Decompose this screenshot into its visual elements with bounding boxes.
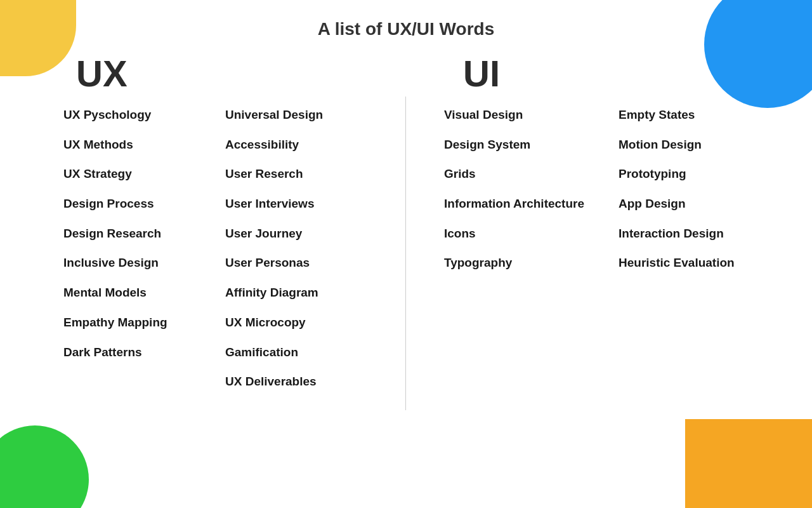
ui-col1: Visual DesignDesign SystemGridsInformati… [444,107,619,285]
word-item: UX Methods [63,137,225,153]
decoration-bottom-right [685,419,812,508]
word-item: User Reserch [225,166,387,182]
word-item: Empty States [619,107,793,123]
ui-heading: UI [463,52,793,95]
main-container: UX UX PyschologyUX MethodsUX StrategyDes… [0,46,812,410]
ux-heading: UX [76,52,387,95]
ux-col1: UX PyschologyUX MethodsUX StrategyDesign… [63,107,225,404]
word-item: UX Deliverables [225,374,387,390]
word-item: Motion Design [619,137,793,153]
word-item: Design Research [63,226,225,242]
word-item: Interaction Design [619,226,793,242]
ux-word-columns: UX PyschologyUX MethodsUX StrategyDesign… [63,107,387,404]
word-item: Design System [444,137,619,153]
word-item: Information Architecture [444,196,619,212]
word-item: App Design [619,196,793,212]
word-item: Heuristic Evaluation [619,255,793,271]
ux-section: UX UX PyschologyUX MethodsUX StrategyDes… [0,46,406,410]
word-item: Grids [444,166,619,182]
word-item: Affinity Diagram [225,285,387,301]
decoration-bottom-left [0,425,89,508]
word-item: UX Strategy [63,166,225,182]
word-item: Visual Design [444,107,619,123]
word-item: User Journey [225,226,387,242]
word-item: Design Process [63,196,225,212]
ux-col2: Universal DesignAccessibilityUser Reserc… [225,107,387,404]
word-item: User Personas [225,255,387,271]
word-item: Accessibility [225,137,387,153]
word-item: Universal Design [225,107,387,123]
word-item: Inclusive Design [63,255,225,271]
word-item: Empathy Mapping [63,315,225,331]
word-item: Dark Patterns [63,345,225,361]
word-item: Gamification [225,345,387,361]
word-item: Prototyping [619,166,793,182]
page-title: A list of UX/UI Words [0,0,812,39]
word-item: UX Microcopy [225,315,387,331]
word-item: UX Pyschology [63,107,225,123]
word-item: User Interviews [225,196,387,212]
word-item: Mental Models [63,285,225,301]
word-item: Typography [444,255,619,271]
word-item: Icons [444,226,619,242]
ui-col2: Empty StatesMotion DesignPrototypingApp … [619,107,793,285]
ui-section: UI Visual DesignDesign SystemGridsInform… [406,46,812,410]
ui-word-columns: Visual DesignDesign SystemGridsInformati… [444,107,793,285]
